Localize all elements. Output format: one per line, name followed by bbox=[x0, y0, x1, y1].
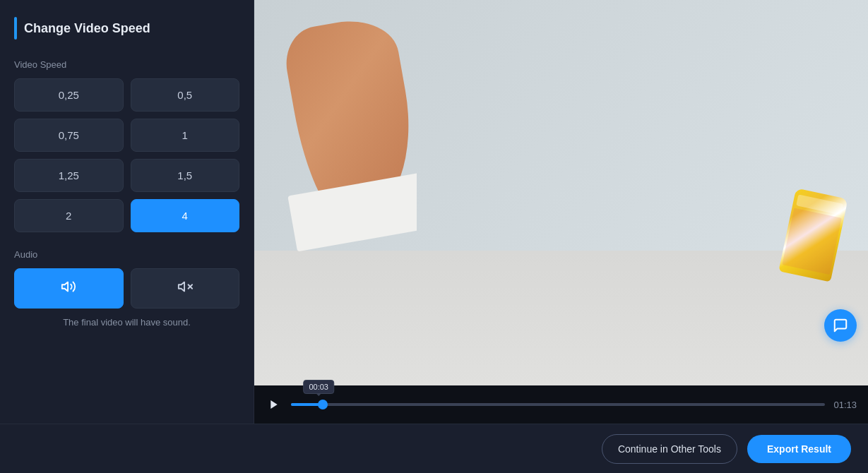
progress-thumb[interactable]: 00:03 bbox=[318, 400, 328, 409]
play-icon bbox=[268, 399, 280, 410]
speed-btn-125[interactable]: 1,25 bbox=[14, 159, 124, 192]
video-area: 00:03 01:13 bbox=[254, 0, 868, 424]
speed-btn-1[interactable]: 1 bbox=[131, 119, 240, 152]
speed-btn-075[interactable]: 0,75 bbox=[14, 119, 124, 152]
hand-shape bbox=[283, 14, 417, 227]
audio-note: The final video will have sound. bbox=[14, 317, 239, 328]
speed-btn-05[interactable]: 0,5 bbox=[131, 78, 240, 112]
audio-section-label: Audio bbox=[14, 249, 239, 260]
speed-section-label: Video Speed bbox=[14, 59, 239, 70]
chat-icon bbox=[833, 318, 848, 333]
time-display: 01:13 bbox=[833, 400, 857, 410]
progress-track: 00:03 bbox=[291, 403, 825, 406]
svg-marker-0 bbox=[62, 282, 68, 292]
can-label-body bbox=[782, 208, 842, 275]
play-button[interactable] bbox=[266, 396, 283, 413]
audio-off-button[interactable] bbox=[131, 268, 240, 309]
blue-accent-bar bbox=[14, 17, 17, 40]
speed-btn-025[interactable]: 0,25 bbox=[14, 78, 124, 112]
speed-grid: 0,25 0,5 0,75 1 1,25 1,5 2 4 bbox=[14, 78, 239, 232]
video-controls: 00:03 01:13 bbox=[254, 385, 868, 424]
svg-marker-4 bbox=[270, 400, 277, 409]
sound-on-icon bbox=[61, 279, 76, 298]
sound-off-icon bbox=[177, 279, 193, 298]
video-container bbox=[254, 0, 868, 385]
audio-section: Audio bbox=[14, 249, 239, 328]
progress-bar-container[interactable]: 00:03 bbox=[291, 403, 825, 406]
chat-bubble-button[interactable] bbox=[824, 309, 857, 342]
bottom-bar: Continue in Other Tools Export Result bbox=[0, 424, 868, 473]
sleeve bbox=[287, 169, 417, 252]
speed-btn-2[interactable]: 2 bbox=[14, 199, 124, 232]
audio-on-button[interactable] bbox=[14, 268, 124, 309]
hand-area bbox=[283, 14, 417, 304]
continue-other-tools-button[interactable]: Continue in Other Tools bbox=[602, 434, 737, 464]
sidebar-header: Change Video Speed bbox=[14, 17, 239, 40]
sidebar-title: Change Video Speed bbox=[24, 21, 150, 36]
time-tooltip: 00:03 bbox=[303, 380, 334, 394]
speed-btn-4[interactable]: 4 bbox=[131, 199, 240, 232]
export-result-button[interactable]: Export Result bbox=[747, 435, 851, 463]
sidebar: Change Video Speed Video Speed 0,25 0,5 … bbox=[0, 0, 254, 424]
speed-btn-15[interactable]: 1,5 bbox=[131, 159, 240, 192]
audio-grid bbox=[14, 268, 239, 309]
video-frame bbox=[254, 0, 868, 385]
svg-marker-1 bbox=[179, 282, 184, 292]
